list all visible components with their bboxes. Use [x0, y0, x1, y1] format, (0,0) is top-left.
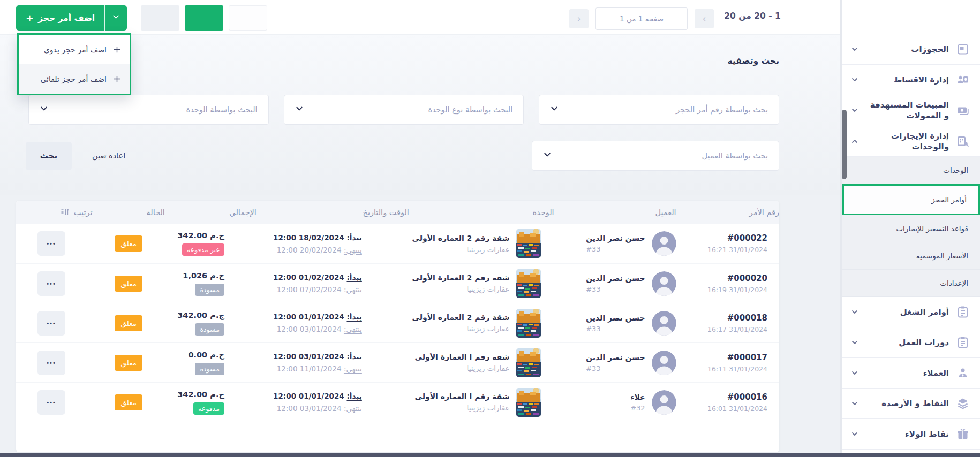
- chevron-down-icon: [851, 430, 858, 438]
- header-label: رقم الأمر: [749, 208, 779, 217]
- sidebar-item[interactable]: إدارة الإيجارات والوحدات: [842, 126, 980, 157]
- order-id: #000017: [727, 353, 767, 362]
- order-total: ج.م 342.00: [177, 390, 224, 399]
- sidebar-scrollbar-thumb[interactable]: [842, 110, 847, 179]
- sidebar-item-label: المبيعات المستهدفة و العمولات: [866, 100, 949, 121]
- chevron-down-icon: [851, 339, 858, 346]
- chevron-down-icon: [851, 45, 858, 53]
- filter-tab[interactable]: [141, 5, 179, 31]
- sidebar-item[interactable]: العملاء: [842, 358, 980, 389]
- sidebar-submenu-item[interactable]: الوحدات: [842, 157, 980, 184]
- table-header-cell: الحالة: [93, 208, 165, 217]
- table-body: #000022 16:21 31/01/2024 حسن نصر الدين #…: [16, 224, 779, 422]
- sidebar-item[interactable]: أوامر الشغل: [842, 297, 980, 327]
- customer-filter-select[interactable]: بحث بواسطة العميل: [532, 141, 779, 171]
- sidebar-submenu-item[interactable]: الإعدادات: [842, 270, 980, 297]
- search-button[interactable]: بحث: [26, 142, 72, 170]
- unit-photo: [516, 269, 541, 298]
- bottom-edge-strip: [0, 453, 980, 457]
- filter-tab[interactable]: [229, 5, 267, 31]
- row-actions-button[interactable]: •••: [37, 271, 65, 296]
- payment-status-badge: مسودة: [195, 363, 224, 375]
- sidebar-item-label: أوامر الشغل: [900, 307, 949, 317]
- sidebar-item[interactable]: المبيعات المستهدفة و العمولات: [842, 95, 980, 126]
- customer-avatar: [652, 311, 676, 336]
- customer-name: علاء: [630, 393, 645, 401]
- sidebar-item[interactable]: نقاط الولاء: [842, 419, 980, 450]
- sidebar-item[interactable]: الحجوزات: [842, 34, 980, 65]
- filter-actions-row: بحث بواسطة العميل اعاده تعين بحث: [26, 141, 779, 171]
- top-toolbar: اضف أمر حجز + ‹ صفحة 1 من 1 › 1 - 20 من …: [0, 0, 840, 34]
- end-datetime: ينتهي: 12:00 07/02/2024: [277, 285, 362, 294]
- pagination-next-button[interactable]: ›: [695, 9, 714, 28]
- filter-select[interactable]: بحث بواسطة رقم أمر الحجز: [539, 95, 779, 125]
- table-row: #000016 16:01 31/01/2024 علاء #32 شقة رق…: [16, 382, 779, 422]
- table-header-cell: العميل: [554, 208, 676, 217]
- order-total: ج.م 1,026: [183, 271, 224, 280]
- unit-photo: [516, 309, 541, 338]
- add-booking-order-button[interactable]: اضف أمر حجز +: [16, 5, 127, 31]
- table-row: #000018 16:17 31/01/2024 حسن نصر الدين #…: [16, 303, 779, 342]
- customer-avatar: [652, 231, 676, 256]
- order-id: #000022: [727, 233, 767, 243]
- sort-icon[interactable]: [61, 208, 70, 217]
- submenu-item-label: الوحدات: [943, 166, 968, 174]
- order-timestamp: 16:17 31/01/2024: [707, 325, 767, 333]
- sidebar-item[interactable]: النقاط و الأرصدة: [842, 389, 980, 419]
- filter-tab[interactable]: [185, 5, 223, 31]
- chevron-down-icon: [851, 369, 858, 377]
- work-cycles-icon: [956, 336, 969, 349]
- order-status-badge: معلق: [115, 355, 142, 371]
- pagination-prev-button[interactable]: ‹: [569, 9, 589, 28]
- sidebar-item-label: نقاط الولاء: [905, 429, 949, 439]
- sidebar-item-label: النقاط و الأرصدة: [881, 398, 949, 409]
- pagination-page-indicator[interactable]: صفحة 1 من 1: [595, 7, 688, 30]
- dropdown-menu-item[interactable]: اضف أمر حجز يدوي: [19, 35, 130, 64]
- loyalty-points-icon: [956, 428, 969, 440]
- chevron-down-icon: [851, 106, 858, 114]
- row-actions-button[interactable]: •••: [37, 311, 65, 336]
- orders-table: رقم الأمر العميل الوحدة الوقت والتاريخ ا…: [16, 201, 779, 452]
- order-status-badge: معلق: [115, 315, 142, 331]
- header-label: العميل: [655, 208, 676, 217]
- unit-name: شقة رقم 2 العمارة الأولى: [412, 313, 510, 322]
- header-label: الوقت والتاريخ: [363, 208, 409, 217]
- customer-avatar: [652, 271, 676, 296]
- row-actions-button[interactable]: •••: [37, 390, 65, 415]
- sidebar-item-label: إدارة الاقساط: [894, 74, 949, 85]
- unit-name: شقة رقم 2 العمارة الأولى: [412, 234, 510, 242]
- work-orders-icon: [956, 306, 969, 318]
- chevron-down-icon: [40, 104, 48, 115]
- pagination-count: 1 - 20 من 20: [718, 11, 787, 21]
- unit-photo: [516, 388, 541, 417]
- add-order-dropdown-toggle[interactable]: [104, 5, 127, 31]
- table-row: #000020 16:19 31/01/2024 حسن نصر الدين #…: [16, 263, 779, 303]
- payment-status-badge: غير مدفوعة: [182, 243, 224, 256]
- sidebar-submenu-item[interactable]: قواعد التسعير للإيجارات: [842, 215, 980, 242]
- submenu-item-label: الأسعار الموسمية: [916, 252, 968, 260]
- filter-select[interactable]: البحث بواسطة نوع الوحدة: [284, 95, 524, 125]
- dropdown-menu-item[interactable]: اضف أمر حجز تلقائي: [19, 64, 130, 94]
- customer-avatar: [652, 390, 676, 415]
- select-placeholder: البحث بواسطة نوع الوحدة: [428, 105, 512, 114]
- customer-name: حسن نصر الدين: [586, 314, 645, 322]
- sidebar-submenu-item[interactable]: أوامر الحجز: [842, 184, 980, 215]
- add-order-button-label: اضف أمر حجز: [38, 13, 95, 23]
- header-label: ترتيب: [74, 208, 93, 217]
- customer-select-placeholder: بحث بواسطة العميل: [702, 151, 768, 160]
- end-datetime: ينتهي: 12:00 11/01/2024: [277, 364, 362, 373]
- row-actions-button[interactable]: •••: [37, 231, 65, 256]
- customers-icon: [956, 367, 969, 379]
- order-status-badge: معلق: [115, 276, 142, 292]
- sidebar-submenu-item[interactable]: الأسعار الموسمية: [842, 242, 980, 270]
- unit-project-name: عقارات زيزينيا: [412, 285, 510, 293]
- total-amount: 0.00: [188, 351, 207, 359]
- sidebar-item[interactable]: دورات العمل: [842, 327, 980, 358]
- row-actions-button[interactable]: •••: [37, 351, 65, 375]
- chevron-down-icon: [112, 13, 120, 23]
- filter-select[interactable]: البحث بواسطة الوحدة: [28, 95, 269, 125]
- sidebar-item[interactable]: إدارة الاقساط: [842, 65, 980, 95]
- table-header-cell: الإجمالي: [165, 208, 257, 217]
- currency-label: ج.م: [210, 351, 224, 359]
- reset-filters-link[interactable]: اعاده تعين: [92, 151, 125, 160]
